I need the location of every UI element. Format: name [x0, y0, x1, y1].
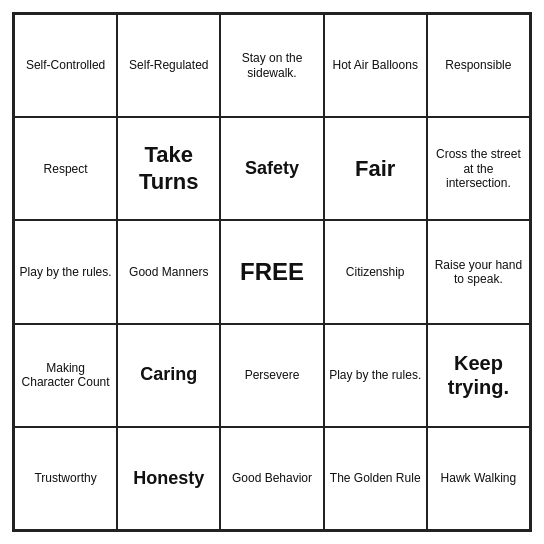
bingo-cell-r4c0: Trustworthy [14, 427, 117, 530]
bingo-cell-r2c0: Play by the rules. [14, 220, 117, 323]
bingo-cell-r3c1: Caring [117, 324, 220, 427]
bingo-cell-r3c2: Persevere [220, 324, 323, 427]
bingo-cell-r4c2: Good Behavior [220, 427, 323, 530]
bingo-cell-r4c1: Honesty [117, 427, 220, 530]
bingo-cell-r1c0: Respect [14, 117, 117, 220]
bingo-board: Self-ControlledSelf-RegulatedStay on the… [12, 12, 532, 532]
bingo-cell-r2c3: Citizenship [324, 220, 427, 323]
bingo-cell-r4c4: Hawk Walking [427, 427, 530, 530]
bingo-cell-r2c4: Raise your hand to speak. [427, 220, 530, 323]
bingo-cell-r1c1: Take Turns [117, 117, 220, 220]
bingo-cell-r2c2: FREE [220, 220, 323, 323]
bingo-cell-r1c4: Cross the street at the intersection. [427, 117, 530, 220]
bingo-cell-r0c4: Responsible [427, 14, 530, 117]
bingo-cell-r2c1: Good Manners [117, 220, 220, 323]
bingo-cell-r3c3: Play by the rules. [324, 324, 427, 427]
bingo-cell-r0c1: Self-Regulated [117, 14, 220, 117]
bingo-cell-r0c3: Hot Air Balloons [324, 14, 427, 117]
bingo-cell-r3c0: Making Character Count [14, 324, 117, 427]
bingo-cell-r0c0: Self-Controlled [14, 14, 117, 117]
bingo-cell-r1c3: Fair [324, 117, 427, 220]
bingo-cell-r3c4: Keep trying. [427, 324, 530, 427]
bingo-cell-r4c3: The Golden Rule [324, 427, 427, 530]
bingo-cell-r1c2: Safety [220, 117, 323, 220]
bingo-cell-r0c2: Stay on the sidewalk. [220, 14, 323, 117]
